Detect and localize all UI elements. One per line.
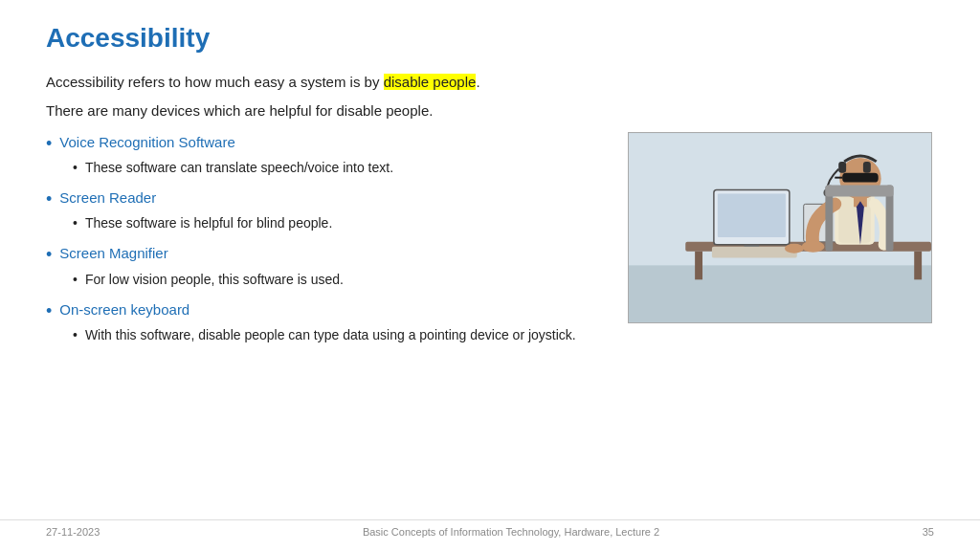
bullet-sub-4: • With this software, disable people can… bbox=[73, 325, 609, 345]
bullet-title-2: Screen Reader bbox=[59, 187, 156, 209]
bullet-section-4: • On-screen keyboard • With this softwar… bbox=[46, 299, 609, 345]
bullet-main-3: • Screen Magnifier bbox=[46, 243, 609, 267]
svg-point-22 bbox=[802, 241, 825, 253]
bullet-main-2: • Screen Reader bbox=[46, 187, 609, 211]
slide-footer: 27-11-2023 Basic Concepts of Information… bbox=[0, 519, 980, 538]
accessibility-image bbox=[628, 132, 932, 323]
right-content bbox=[628, 132, 934, 355]
left-content: • Voice Recognition Software • These sof… bbox=[46, 132, 628, 355]
bullet-sub-1: • These software can translate speech/vo… bbox=[73, 158, 609, 178]
bullet-dot-2: • bbox=[46, 187, 52, 211]
bullet-dot-1: • bbox=[46, 132, 52, 156]
footer-page: 35 bbox=[923, 526, 934, 538]
svg-point-23 bbox=[785, 244, 804, 253]
bullet-section-2: • Screen Reader • These software is help… bbox=[46, 187, 609, 233]
bullet-dot-3: • bbox=[46, 243, 52, 267]
footer-date: 27-11-2023 bbox=[46, 526, 100, 538]
bullet-section-1: • Voice Recognition Software • These sof… bbox=[46, 132, 609, 178]
svg-rect-2 bbox=[629, 266, 931, 322]
sub-dot-1: • bbox=[73, 158, 78, 178]
bullet-section-3: • Screen Magnifier • For low vision peop… bbox=[46, 243, 609, 289]
sub-dot-2: • bbox=[73, 213, 78, 233]
bullet-dot-4: • bbox=[46, 299, 52, 323]
bullet-main-1: • Voice Recognition Software bbox=[46, 132, 609, 156]
sub-text-4: With this software, disable people can t… bbox=[85, 325, 576, 345]
intro-line1: Accessibility refers to how much easy a … bbox=[46, 71, 934, 94]
slide-container: Accessibility Accessibility refers to ho… bbox=[0, 0, 980, 551]
bullet-sub-2: • These software is helpful for blind pe… bbox=[73, 213, 609, 233]
svg-rect-26 bbox=[825, 186, 893, 197]
svg-rect-10 bbox=[712, 247, 797, 258]
intro-after: . bbox=[476, 74, 479, 90]
content-area: • Voice Recognition Software • These sof… bbox=[46, 132, 934, 355]
bullet-title-1: Voice Recognition Software bbox=[59, 132, 234, 154]
sub-dot-3: • bbox=[73, 270, 78, 290]
sub-text-3: For low vision people, this software is … bbox=[85, 270, 344, 290]
svg-rect-7 bbox=[718, 193, 786, 236]
intro-highlight: disable people bbox=[384, 74, 477, 90]
svg-rect-17 bbox=[838, 162, 846, 173]
intro-line2: There are many devices which are helpful… bbox=[46, 99, 934, 122]
bullet-sub-3: • For low vision people, this software i… bbox=[73, 270, 609, 290]
svg-rect-5 bbox=[914, 252, 922, 280]
sub-text-1: These software can translate speech/voic… bbox=[85, 158, 393, 178]
footer-center: Basic Concepts of Information Technology… bbox=[363, 526, 659, 538]
bullet-main-4: • On-screen keyboard bbox=[46, 299, 609, 323]
slide-title: Accessibility bbox=[46, 23, 934, 54]
sub-text-2: These software is helpful for blind peop… bbox=[85, 213, 332, 233]
bullet-title-3: Screen Magnifier bbox=[59, 243, 167, 265]
bullet-title-4: On-screen keyboard bbox=[59, 299, 189, 321]
sub-dot-4: • bbox=[73, 325, 78, 345]
svg-rect-4 bbox=[695, 252, 702, 280]
person-illustration bbox=[629, 133, 931, 322]
svg-rect-15 bbox=[842, 173, 879, 183]
intro-before: Accessibility refers to how much easy a … bbox=[46, 74, 384, 90]
svg-rect-18 bbox=[863, 162, 871, 173]
